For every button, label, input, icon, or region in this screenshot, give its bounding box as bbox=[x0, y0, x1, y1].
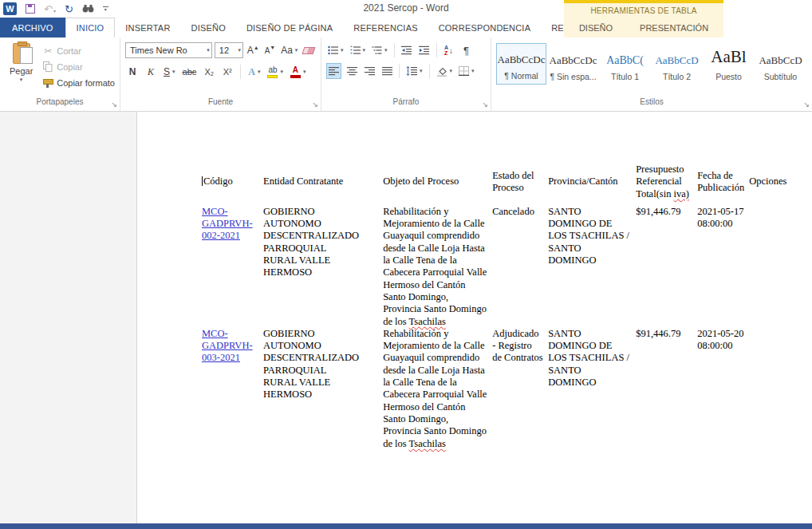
undo-button[interactable]: ↶▾ bbox=[44, 4, 56, 14]
align-left-button[interactable] bbox=[326, 63, 341, 79]
tab-correspondencia[interactable]: CORRESPONDENCIA bbox=[428, 18, 541, 38]
increase-indent-button[interactable] bbox=[417, 42, 432, 58]
header-fecha: Fecha de Publicación bbox=[697, 164, 749, 206]
align-center-button[interactable] bbox=[345, 63, 359, 79]
tab-diseno-de-pagina[interactable]: DISEÑO DE PÁGINA bbox=[236, 18, 343, 38]
find-button[interactable] bbox=[82, 4, 94, 14]
clear-formatting-button[interactable] bbox=[302, 42, 316, 58]
cell-provincia: SANTO DOMINGO DE LOS TSACHILAS / SANTO D… bbox=[548, 206, 636, 328]
tab-insertar[interactable]: INSERTAR bbox=[115, 18, 180, 38]
group-label-fuente: Fuente bbox=[120, 97, 321, 111]
sort-icon: AZ↓ bbox=[444, 45, 453, 56]
highlight-icon: ab bbox=[267, 66, 278, 78]
group-fuente: Times New Ro▾ 12▾ A▲ A▼ Aa▾ N K S▾ abc X… bbox=[120, 38, 321, 111]
style-titulo-2[interactable]: AaBbCcD Título 2 bbox=[652, 43, 702, 85]
show-hide-paragraph-button[interactable]: ¶ bbox=[459, 42, 474, 58]
separator bbox=[240, 65, 241, 79]
tab-archivo[interactable]: ARCHIVO bbox=[0, 18, 65, 38]
group-portapapeles: Pegar ▾ ✂ Cortar Copiar Copiar formato bbox=[0, 38, 120, 111]
cut-button[interactable]: ✂ Cortar bbox=[42, 44, 115, 57]
font-family-combo[interactable]: Times New Ro▾ bbox=[125, 42, 212, 58]
tab-referencias[interactable]: REFERENCIAS bbox=[343, 18, 428, 38]
separator bbox=[436, 43, 437, 57]
highlight-color-button[interactable]: ab▾ bbox=[266, 64, 285, 80]
tab-inicio[interactable]: INICIO bbox=[65, 18, 116, 38]
borders-icon bbox=[459, 66, 469, 76]
undo-icon: ↶ bbox=[44, 4, 53, 14]
style-sin-espaciado[interactable]: AaBbCcDc ¶ Sin espa... bbox=[548, 43, 598, 85]
fuente-dialog-launcher-icon[interactable]: ↘ bbox=[312, 101, 318, 109]
process-link[interactable]: MCO-GADPRVH-002-2021 bbox=[202, 206, 253, 242]
style-subtitulo[interactable]: AaBbCcD Subtítulo bbox=[755, 43, 806, 85]
borders-button[interactable]: ▾ bbox=[457, 63, 476, 79]
font-size-combo[interactable]: 12▾ bbox=[215, 42, 243, 58]
estilos-dialog-launcher-icon[interactable]: ↘ bbox=[803, 101, 810, 109]
bullets-icon bbox=[328, 45, 338, 55]
cell-codigo: MCO-GADPRVH-003-2021 bbox=[202, 328, 263, 450]
cell-estado: Cancelado bbox=[492, 206, 548, 328]
text-effects-button[interactable]: A▾ bbox=[246, 64, 262, 80]
cell-presupuesto: $91,446.79 bbox=[636, 206, 697, 328]
numbering-button[interactable]: ▾ bbox=[349, 42, 368, 58]
separator bbox=[394, 43, 395, 57]
group-label-estilos: Estilos bbox=[491, 97, 812, 111]
style-titulo-1[interactable]: AaBbC( Título 1 bbox=[600, 43, 650, 85]
decrease-indent-button[interactable] bbox=[400, 42, 414, 58]
cell-estado: Adjudicado - Registro de Contratos bbox=[492, 328, 548, 450]
header-provincia: Provincia/Cantón bbox=[548, 164, 636, 206]
text-cursor bbox=[202, 176, 203, 186]
multilevel-list-button[interactable]: ▾ bbox=[370, 42, 389, 58]
header-objeto: Objeto del Proceso bbox=[383, 164, 492, 206]
cell-fecha: 2021-05-17 08:00:00 bbox=[697, 206, 749, 328]
copy-button[interactable]: Copiar bbox=[42, 60, 115, 73]
line-spacing-button[interactable]: ▾ bbox=[404, 63, 424, 79]
status-bar bbox=[0, 523, 812, 529]
parrafo-dialog-launcher-icon[interactable]: ↘ bbox=[482, 101, 488, 109]
table-row: MCO-GADPRVH-003-2021 GOBIERNO AUTONOMO D… bbox=[202, 328, 801, 450]
table-header-row: Código Entidad Contratante Objeto del Pr… bbox=[202, 164, 801, 206]
header-estado: Estado del Proceso bbox=[492, 164, 548, 206]
document-page[interactable]: Código Entidad Contratante Objeto del Pr… bbox=[138, 112, 812, 524]
header-presupuesto: Presupuesto Referencial Total(sin iva) bbox=[636, 164, 697, 206]
tab-table-presentacion[interactable]: PRESENTACIÓN bbox=[637, 22, 711, 34]
italic-button[interactable]: K bbox=[144, 64, 158, 80]
redo-icon[interactable]: ↻ bbox=[65, 4, 73, 14]
style-normal[interactable]: AaBbCcDc ¶ Normal bbox=[496, 43, 546, 85]
paint-bucket-icon bbox=[436, 66, 447, 77]
subscript-button[interactable]: X₂ bbox=[202, 64, 216, 80]
style-puesto[interactable]: AaBl Puesto bbox=[704, 43, 754, 85]
contextual-header: HERRAMIENTAS DE TABLA bbox=[564, 3, 723, 18]
header-opciones: Opciones bbox=[749, 164, 801, 206]
sort-button[interactable]: AZ↓ bbox=[442, 42, 456, 58]
cell-objeto: Rehabilitación y Mejoramiento de la Call… bbox=[383, 206, 492, 328]
bullets-button[interactable]: ▾ bbox=[326, 42, 345, 58]
superscript-button[interactable]: X² bbox=[220, 64, 235, 80]
underline-button[interactable]: S▾ bbox=[162, 64, 177, 80]
shrink-font-button[interactable]: A▼ bbox=[262, 42, 277, 58]
tab-table-diseno[interactable]: DISEÑO bbox=[576, 22, 616, 34]
justify-button[interactable] bbox=[380, 63, 394, 79]
paste-button[interactable]: Pegar ▾ bbox=[5, 41, 37, 97]
bold-button[interactable]: N bbox=[125, 64, 140, 80]
align-right-button[interactable] bbox=[362, 63, 376, 79]
word-logo-icon[interactable]: W bbox=[3, 2, 17, 15]
cell-provincia: SANTO DOMINGO DE LOS TSACHILAS / SANTO D… bbox=[548, 328, 636, 450]
grow-font-button[interactable]: A▲ bbox=[246, 42, 260, 58]
customize-quick-access-button[interactable]: ▾ bbox=[103, 6, 108, 12]
portapapeles-dialog-launcher-icon[interactable]: ↘ bbox=[111, 101, 117, 109]
header-codigo: Código bbox=[202, 164, 263, 206]
format-painter-button[interactable]: Copiar formato bbox=[42, 76, 115, 89]
change-case-button[interactable]: Aa▾ bbox=[279, 42, 299, 58]
tab-diseno[interactable]: DISEÑO bbox=[181, 18, 236, 38]
page-left-margin-area bbox=[0, 112, 137, 524]
group-parrafo: ▾ ▾ ▾ bbox=[321, 38, 491, 111]
undo-dropdown-icon: ▾ bbox=[53, 8, 56, 14]
process-link[interactable]: MCO-GADPRVH-003-2021 bbox=[202, 328, 253, 364]
font-color-button[interactable]: A▾ bbox=[289, 64, 308, 80]
line-spacing-icon bbox=[406, 66, 417, 76]
strikethrough-button[interactable]: abc bbox=[181, 64, 199, 80]
shading-button[interactable]: ▾ bbox=[435, 63, 455, 79]
group-label-parrafo: Párrafo bbox=[321, 97, 491, 111]
save-icon[interactable] bbox=[26, 4, 35, 14]
chevron-down-icon: ▾ bbox=[235, 47, 241, 53]
